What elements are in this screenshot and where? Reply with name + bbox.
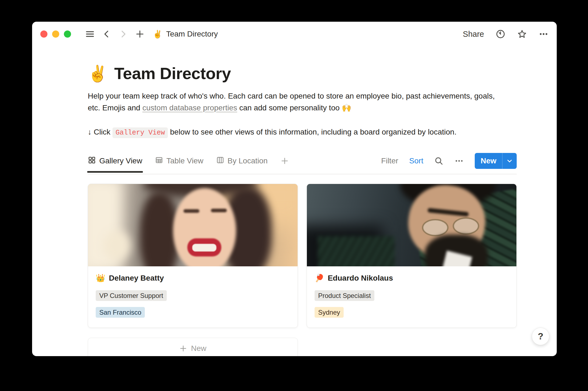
search-icon[interactable] (434, 156, 443, 166)
role-row: VP Customer Support (96, 290, 290, 301)
location-row: San Francisco (96, 307, 290, 318)
fullscreen-window-button[interactable] (64, 30, 71, 38)
card-eduardo-nikolaus[interactable]: 🏓 Eduardo Nikolaus Product Specialist Sy… (307, 184, 517, 328)
page-title-text: Team Directory (114, 64, 231, 83)
role-row: Product Specialist (315, 290, 509, 301)
desktop-background: ✌️ Team Directory Share ✌️ Te (0, 0, 588, 391)
add-card-button[interactable]: New (88, 338, 298, 356)
page-title: ✌️ Team Directory (88, 64, 557, 83)
page-description: Help your team keep track of who's who. … (88, 90, 499, 114)
card-delaney-beatty[interactable]: 👑 Delaney Beatty VP Customer Support San… (88, 184, 298, 328)
board-icon (216, 156, 224, 166)
role-tag: Product Specialist (315, 290, 374, 301)
custom-database-properties-link[interactable]: custom database properties (142, 104, 237, 112)
new-record-button[interactable]: New (475, 153, 517, 169)
sidebar-menu-icon[interactable] (85, 29, 95, 39)
tab-table-view[interactable]: Table View (155, 156, 203, 166)
description-text-tail: can add some personality too 🙌 (237, 104, 351, 112)
database-view-bar: Gallery View Table View By Location Filt… (88, 153, 517, 174)
gallery-icon (88, 156, 96, 166)
tab-label: Gallery View (99, 157, 142, 165)
updates-clock-icon[interactable] (496, 29, 505, 39)
forward-button[interactable] (119, 30, 128, 38)
location-row: Sydney (315, 307, 509, 318)
gallery-view-hint: ↓ Click Gallery View below to see other … (88, 126, 517, 139)
location-tag: Sydney (315, 307, 344, 318)
gallery-cards: 👑 Delaney Beatty VP Customer Support San… (88, 184, 557, 328)
page-content: ✌️ Team Directory Help your team keep tr… (32, 64, 557, 356)
favorite-star-icon[interactable] (517, 29, 527, 39)
new-record-label: New (475, 153, 502, 169)
ping-pong-emoji-icon: 🏓 (315, 273, 324, 283)
add-card-label: New (191, 344, 206, 353)
employee-name: Eduardo Nikolaus (328, 274, 393, 283)
notion-window: ✌️ Team Directory Share ✌️ Te (32, 22, 557, 356)
traffic-lights (40, 30, 71, 38)
page-emoji-icon: ✌️ (88, 66, 108, 82)
titlebar-page-title: Team Directory (166, 30, 218, 38)
crown-emoji-icon: 👑 (96, 273, 105, 283)
window-titlebar: ✌️ Team Directory Share (32, 22, 557, 43)
doc-emoji-icon: ✌️ (153, 30, 162, 39)
card-info: 👑 Delaney Beatty VP Customer Support San… (88, 266, 298, 328)
view-toolbar: Filter Sort New (381, 153, 517, 169)
card-info: 🏓 Eduardo Nikolaus Product Specialist Sy… (307, 266, 516, 328)
new-tab-button[interactable] (135, 29, 145, 39)
tab-gallery-view[interactable]: Gallery View (88, 156, 142, 166)
sort-button[interactable]: Sort (409, 157, 423, 165)
card-photo-delaney (88, 184, 298, 266)
titlebar-breadcrumb[interactable]: ✌️ Team Directory (153, 30, 218, 39)
employee-name: Delaney Beatty (109, 274, 164, 283)
role-tag: VP Customer Support (96, 290, 167, 301)
close-window-button[interactable] (40, 30, 47, 38)
card-title: 👑 Delaney Beatty (96, 273, 290, 283)
hint-text: ↓ Click (88, 128, 112, 136)
add-view-button[interactable] (280, 157, 289, 165)
card-photo-eduardo (307, 184, 516, 266)
tab-label: By Location (228, 157, 268, 165)
view-options-icon[interactable] (454, 156, 464, 166)
tab-label: Table View (166, 157, 203, 165)
location-tag: San Francisco (96, 307, 145, 318)
titlebar-actions: Share (463, 29, 549, 39)
minimize-window-button[interactable] (52, 30, 59, 38)
hint-text-tail: below to see other views of this informa… (168, 128, 456, 136)
share-button[interactable]: Share (463, 30, 484, 39)
help-button[interactable]: ? (532, 328, 549, 345)
plus-icon (179, 344, 187, 353)
gallery-view-code-chip: Gallery View (112, 127, 168, 138)
chevron-down-icon[interactable] (502, 153, 517, 169)
tab-by-location[interactable]: By Location (216, 156, 268, 166)
filter-button[interactable]: Filter (381, 157, 398, 165)
card-title: 🏓 Eduardo Nikolaus (315, 273, 509, 283)
more-options-icon[interactable] (539, 29, 549, 39)
table-icon (155, 156, 163, 166)
back-button[interactable] (102, 30, 111, 38)
